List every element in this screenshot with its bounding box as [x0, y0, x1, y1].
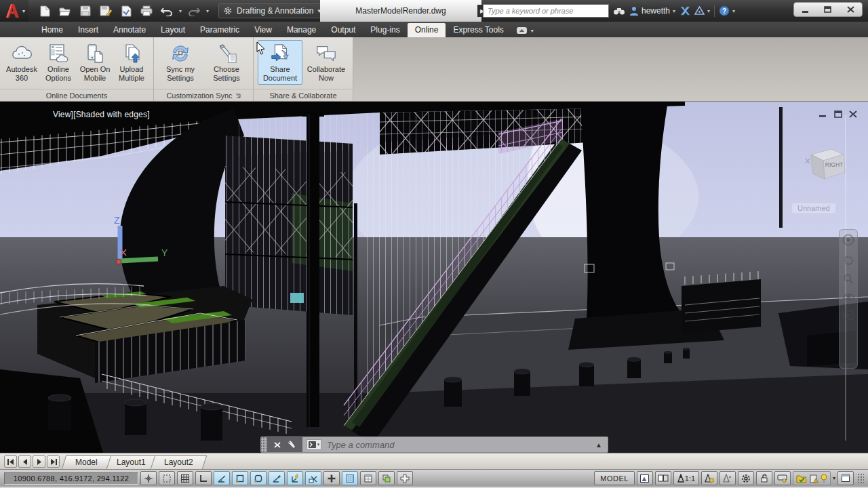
- toolbar-lock-button[interactable]: [756, 471, 772, 485]
- tab-online[interactable]: Online: [408, 23, 446, 37]
- selection-cycling-toggle[interactable]: [378, 471, 395, 485]
- tab-insert[interactable]: Insert: [71, 23, 106, 37]
- trusted-autodesk-icon[interactable]: !: [809, 474, 818, 483]
- snap-mode-toggle[interactable]: [159, 471, 175, 485]
- dynamic-ucs-toggle[interactable]: [287, 471, 303, 485]
- open-on-mobile-button[interactable]: Open On Mobile: [77, 40, 113, 85]
- model-space-button[interactable]: MODEL: [594, 471, 635, 485]
- next-tab-button[interactable]: [33, 455, 45, 468]
- tab-plugins[interactable]: Plug-ins: [363, 23, 407, 37]
- object-snap-toggle[interactable]: [232, 471, 248, 485]
- first-tab-button[interactable]: [4, 455, 17, 468]
- application-menu-button[interactable]: ▾: [0, 0, 28, 22]
- command-dock-grip[interactable]: [261, 437, 267, 452]
- app-menu-caret-icon: ▾: [22, 8, 25, 14]
- autodesk-360-sync-icon[interactable]: [796, 474, 807, 483]
- show-motion-icon[interactable]: [843, 310, 854, 320]
- drawing-viewport[interactable]: Z Y View][Shaded with edges] RIG: [0, 102, 868, 453]
- minimize-button[interactable]: [795, 3, 816, 16]
- hardware-acceleration-button[interactable]: [774, 471, 791, 485]
- restore-button[interactable]: [818, 3, 838, 16]
- navigation-bar[interactable]: [839, 229, 858, 369]
- choose-settings-icon: [216, 42, 237, 65]
- grid-display-toggle[interactable]: [177, 471, 193, 485]
- tab-view[interactable]: View: [247, 23, 279, 37]
- annotation-scale-button[interactable]: 1:1: [673, 471, 699, 485]
- exchange-apps-button[interactable]: [679, 6, 690, 16]
- transparency-toggle[interactable]: [342, 471, 358, 485]
- prev-tab-button[interactable]: [18, 455, 31, 468]
- annotation-autoscale-button[interactable]: [719, 471, 736, 485]
- polar-tracking-toggle[interactable]: [214, 471, 230, 485]
- print-button[interactable]: [138, 3, 155, 18]
- sync-my-settings-button[interactable]: Sync my Settings: [158, 40, 203, 85]
- tab-output[interactable]: Output: [323, 23, 363, 37]
- quick-view-layouts-button[interactable]: [637, 471, 653, 485]
- clean-screen-button[interactable]: [837, 471, 854, 485]
- command-history-expand-icon[interactable]: ▲: [595, 441, 608, 449]
- tab-express-tools[interactable]: Express Tools: [446, 23, 511, 37]
- choose-settings-button[interactable]: Choose Settings: [204, 40, 249, 85]
- tab-annotate[interactable]: Annotate: [106, 23, 153, 37]
- annotation-visibility-button[interactable]: [701, 471, 717, 485]
- online-options-button[interactable]: Online Options: [41, 40, 76, 85]
- status-bar: 10900.6788, 416.9172, 294.1122: [0, 469, 868, 487]
- orbit-icon[interactable]: [843, 292, 854, 302]
- collaborate-now-button[interactable]: Collaborate Now: [304, 40, 349, 85]
- autodesk-360-button[interactable]: Autodesk 360: [4, 40, 39, 85]
- command-prompt-icon[interactable]: ▾: [307, 439, 321, 450]
- close-button[interactable]: [840, 3, 861, 16]
- command-close-icon[interactable]: [274, 442, 281, 448]
- tab-layout[interactable]: Layout: [153, 23, 193, 37]
- zoom-icon[interactable]: [843, 273, 854, 284]
- quick-properties-toggle[interactable]: [360, 471, 376, 485]
- save-as-button[interactable]: [98, 3, 114, 18]
- coordinate-readout[interactable]: 10900.6788, 416.9172, 294.1122: [4, 472, 138, 485]
- quick-view-drawings-button[interactable]: [655, 471, 671, 485]
- tray-caret-icon[interactable]: ▾: [833, 475, 835, 481]
- pan-icon[interactable]: [843, 254, 854, 265]
- tab-model[interactable]: Model: [62, 455, 111, 469]
- save-button[interactable]: [77, 3, 94, 18]
- annotation-monitor-toggle[interactable]: [397, 471, 413, 485]
- tab-home[interactable]: Home: [34, 23, 71, 37]
- last-tab-button[interactable]: [47, 455, 60, 468]
- undo-caret-icon[interactable]: ▾: [179, 8, 182, 14]
- viewcube[interactable]: RIGHT: [803, 141, 848, 184]
- command-customize-icon[interactable]: [288, 441, 296, 449]
- command-input[interactable]: [321, 440, 595, 450]
- redo-caret-icon[interactable]: ▾: [206, 8, 209, 14]
- 3d-object-snap-toggle[interactable]: [250, 471, 267, 485]
- ortho-mode-toggle[interactable]: [195, 471, 212, 485]
- redo-button[interactable]: [186, 3, 202, 18]
- command-line-dock[interactable]: ▾ ▲: [260, 436, 608, 453]
- view-name-dropdown[interactable]: Unnamed: [792, 203, 835, 213]
- drawing-restore-button[interactable]: [833, 110, 842, 118]
- help-button[interactable]: ? ▾: [719, 5, 735, 16]
- viewport-view-label[interactable]: View][Shaded with edges]: [53, 110, 150, 119]
- drawing-close-button[interactable]: [848, 110, 857, 118]
- workspace-switcher[interactable]: Drafting & Annotation ▾: [218, 3, 326, 18]
- tab-manage[interactable]: Manage: [279, 23, 323, 37]
- new-file-button[interactable]: [37, 3, 53, 18]
- isolate-objects-icon[interactable]: [821, 474, 827, 483]
- signin-user[interactable]: hewetth ▾: [629, 6, 675, 16]
- panel-title-customization-sync[interactable]: Customization Sync: [154, 89, 253, 101]
- infocenter-search-input[interactable]: [483, 4, 609, 18]
- upload-multiple-button[interactable]: Upload Multiple: [114, 40, 149, 85]
- navigation-wheel-icon[interactable]: [842, 234, 854, 246]
- drawing-minimize-button[interactable]: [818, 110, 827, 118]
- tab-parametric[interactable]: Parametric: [193, 23, 247, 37]
- ribbon-display-toggle[interactable]: ▾: [517, 27, 534, 37]
- plot-preview-button[interactable]: [118, 3, 134, 18]
- workspace-switching-button[interactable]: [738, 471, 754, 485]
- object-snap-tracking-toggle[interactable]: [269, 471, 285, 485]
- lineweight-toggle[interactable]: [323, 471, 340, 485]
- search-button[interactable]: [613, 6, 625, 16]
- dynamic-input-toggle[interactable]: [305, 471, 321, 485]
- undo-button[interactable]: [159, 3, 175, 18]
- infer-constraints-toggle[interactable]: [140, 471, 157, 485]
- open-file-button[interactable]: [57, 3, 73, 18]
- communication-center-button[interactable]: ▾: [694, 6, 710, 16]
- tab-layout2[interactable]: Layout2: [151, 455, 207, 469]
